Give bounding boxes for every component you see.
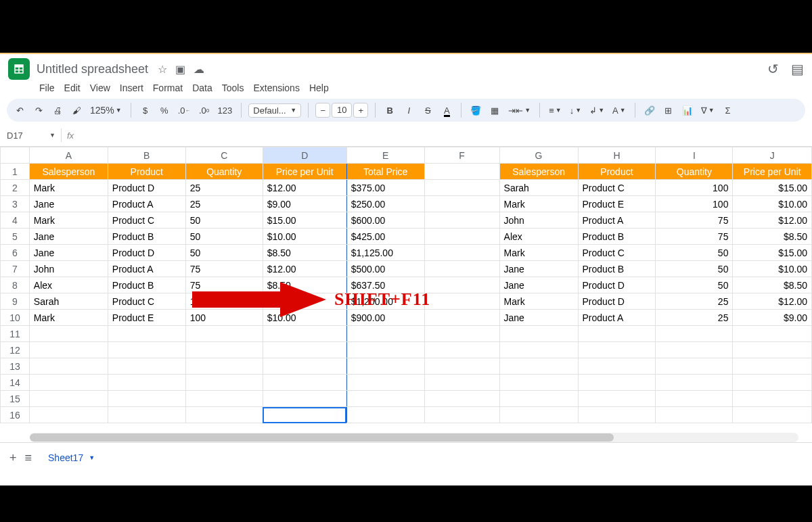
cell-E7[interactable]: $500.00 <box>346 261 424 277</box>
cell-G12[interactable] <box>499 342 578 358</box>
fill-color-button[interactable]: 🪣 <box>468 101 483 119</box>
cell-G15[interactable] <box>499 391 578 407</box>
cell-I12[interactable] <box>656 342 733 358</box>
cell-C15[interactable] <box>185 391 263 407</box>
cell-H15[interactable] <box>578 391 656 407</box>
column-header-A[interactable]: A <box>29 147 108 164</box>
rotate-button[interactable]: A▼ <box>610 101 628 119</box>
cell-I7[interactable]: 50 <box>656 261 733 277</box>
paint-format-button[interactable]: 🖌 <box>69 101 84 119</box>
cell-C16[interactable] <box>185 407 263 423</box>
cell-B10[interactable]: Product E <box>108 310 185 326</box>
increase-decimal-button[interactable]: .00 <box>197 101 212 119</box>
cell-A3[interactable]: Jane <box>29 196 108 212</box>
select-all-corner[interactable] <box>1 147 30 164</box>
document-title[interactable]: Untitled spreadsheet <box>37 62 148 76</box>
cell-G1[interactable]: Salesperson <box>499 164 578 180</box>
cell-A11[interactable] <box>29 326 108 342</box>
row-header-1[interactable]: 1 <box>1 164 30 180</box>
horizontal-scrollbar[interactable] <box>30 433 798 442</box>
h-align-button[interactable]: ≡▼ <box>547 101 564 119</box>
cell-F13[interactable] <box>424 358 499 375</box>
cell-F8[interactable] <box>424 277 499 293</box>
cell-A8[interactable]: Alex <box>29 277 108 293</box>
column-header-I[interactable]: I <box>656 147 733 164</box>
row-header-5[interactable]: 5 <box>1 229 30 245</box>
row-header-12[interactable]: 12 <box>1 342 30 358</box>
cell-A1[interactable]: Salesperson <box>29 164 108 180</box>
cell-G14[interactable] <box>499 375 578 391</box>
cell-I2[interactable]: 100 <box>656 180 733 196</box>
cell-G13[interactable] <box>499 358 578 375</box>
cell-B6[interactable]: Product D <box>108 245 185 261</box>
menu-data[interactable]: Data <box>192 82 212 93</box>
cell-J3[interactable]: $10.00 <box>733 196 812 212</box>
cell-I9[interactable]: 25 <box>656 293 733 310</box>
cell-C6[interactable]: 50 <box>185 245 263 261</box>
wrap-button[interactable]: ↲▼ <box>587 101 606 119</box>
italic-button[interactable]: I <box>401 101 416 119</box>
cell-I5[interactable]: 75 <box>656 229 733 245</box>
menu-help[interactable]: Help <box>309 82 329 93</box>
cell-G6[interactable]: Mark <box>499 245 578 261</box>
column-header-B[interactable]: B <box>108 147 185 164</box>
cell-C5[interactable]: 50 <box>185 229 263 245</box>
cell-I6[interactable]: 50 <box>656 245 733 261</box>
cell-F1[interactable] <box>424 164 499 180</box>
cell-G5[interactable]: Alex <box>499 229 578 245</box>
decrease-decimal-button[interactable]: .0← <box>176 101 193 119</box>
cell-J12[interactable] <box>733 342 812 358</box>
cell-C3[interactable]: 25 <box>185 196 263 212</box>
cell-E2[interactable]: $375.00 <box>346 180 424 196</box>
cell-B13[interactable] <box>108 358 185 375</box>
row-header-16[interactable]: 16 <box>1 407 30 423</box>
cell-G8[interactable]: Jane <box>499 277 578 293</box>
column-header-E[interactable]: E <box>346 147 424 164</box>
cell-F15[interactable] <box>424 391 499 407</box>
link-button[interactable]: 🔗 <box>642 101 657 119</box>
cell-A15[interactable] <box>29 391 108 407</box>
cell-I3[interactable]: 100 <box>656 196 733 212</box>
cell-J5[interactable]: $8.50 <box>733 229 812 245</box>
cell-D6[interactable]: $8.50 <box>263 245 346 261</box>
cell-H10[interactable]: Product A <box>578 310 656 326</box>
font-size-input[interactable]: 10 <box>332 103 352 118</box>
cell-G2[interactable]: Sarah <box>499 180 578 196</box>
cell-A9[interactable]: Sarah <box>29 293 108 310</box>
cell-B14[interactable] <box>108 375 185 391</box>
cell-A14[interactable] <box>29 375 108 391</box>
cell-D1[interactable]: Price per Unit <box>263 164 346 180</box>
column-header-F[interactable]: F <box>424 147 499 164</box>
menu-insert[interactable]: Insert <box>120 82 143 93</box>
move-icon[interactable]: ▣ <box>175 63 185 76</box>
cell-E15[interactable] <box>346 391 424 407</box>
cell-J16[interactable] <box>733 407 812 423</box>
cell-E1[interactable]: Total Price <box>346 164 424 180</box>
functions-button[interactable]: Σ <box>721 101 736 119</box>
row-header-4[interactable]: 4 <box>1 212 30 229</box>
cell-B12[interactable] <box>108 342 185 358</box>
cell-C12[interactable] <box>185 342 263 358</box>
row-header-8[interactable]: 8 <box>1 277 30 293</box>
cell-J4[interactable]: $12.00 <box>733 212 812 229</box>
cell-A4[interactable]: Mark <box>29 212 108 229</box>
cell-B11[interactable] <box>108 326 185 342</box>
cell-H11[interactable] <box>578 326 656 342</box>
cell-A13[interactable] <box>29 358 108 375</box>
row-header-7[interactable]: 7 <box>1 261 30 277</box>
cell-D14[interactable] <box>263 375 346 391</box>
cell-I10[interactable]: 25 <box>656 310 733 326</box>
cloud-status-icon[interactable]: ☁ <box>194 63 204 76</box>
cell-G10[interactable]: Jane <box>499 310 578 326</box>
cell-D12[interactable] <box>263 342 346 358</box>
cell-H8[interactable]: Product D <box>578 277 656 293</box>
cell-B5[interactable]: Product B <box>108 229 185 245</box>
cell-J8[interactable]: $8.50 <box>733 277 812 293</box>
cell-J9[interactable]: $12.00 <box>733 293 812 310</box>
column-header-C[interactable]: C <box>185 147 263 164</box>
cell-E16[interactable] <box>346 407 424 423</box>
cell-F9[interactable] <box>424 293 499 310</box>
cell-A7[interactable]: John <box>29 261 108 277</box>
cell-H4[interactable]: Product A <box>578 212 656 229</box>
row-header-13[interactable]: 13 <box>1 358 30 375</box>
